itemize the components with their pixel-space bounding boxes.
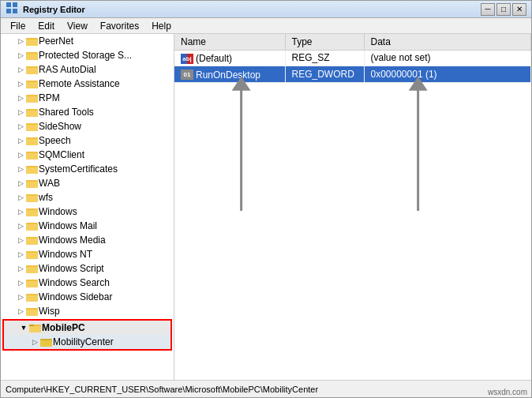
svg-rect-40: [26, 281, 38, 287]
expand-arrow-mobilitycenter: ▷: [29, 336, 40, 347]
status-path: Computer\HKEY_CURRENT_USER\Software\Micr…: [6, 385, 318, 394]
tree-label: Windows Sidebar: [39, 291, 112, 302]
tree-label: Windows Mail: [39, 220, 97, 231]
tree-item-wab[interactable]: ▷ WAB: [1, 176, 174, 190]
folder-icon: [26, 220, 39, 231]
menu-edit[interactable]: Edit: [32, 19, 61, 33]
folder-icon: [26, 78, 39, 89]
row-name-label: (Default): [196, 53, 232, 64]
reg-type-icon-dword: 01: [181, 69, 193, 80]
window-controls: ─ □ ✕: [481, 3, 526, 16]
tree-label: PeerNet: [39, 36, 73, 47]
col-header-type: Type: [285, 34, 364, 50]
tree-item-windows-sidebar[interactable]: ▷ Windows Sidebar: [1, 290, 174, 304]
expand-arrow: ▷: [15, 291, 26, 302]
svg-rect-6: [26, 39, 38, 46]
maximize-button[interactable]: □: [496, 3, 511, 16]
tree-item-ras-autodial[interactable]: ▷ RAS AutoDial: [1, 62, 174, 77]
minimize-button[interactable]: ─: [481, 3, 495, 16]
tree-label: WAB: [39, 178, 60, 189]
tree-item-windows[interactable]: ▷ Windows: [1, 205, 174, 219]
expand-arrow: ▷: [15, 249, 26, 260]
tree-item-sideshow[interactable]: ▷ SideShow: [1, 119, 174, 133]
expand-arrow-mobilepc: ▼: [18, 322, 29, 333]
folder-icon: [26, 121, 39, 132]
menu-file[interactable]: File: [4, 19, 32, 33]
tree-item-windows-search[interactable]: ▷ Windows Search: [1, 276, 174, 290]
tree-label: Protected Storage S...: [39, 50, 132, 61]
folder-icon: [26, 249, 39, 260]
expand-arrow: ▷: [15, 263, 26, 274]
expand-arrow: ▷: [15, 36, 26, 47]
folder-icon: [26, 107, 39, 118]
tree-item-mobilepc[interactable]: ▼ MobilePC: [4, 321, 170, 335]
svg-rect-32: [26, 224, 38, 231]
svg-rect-1: [13, 2, 17, 7]
expand-arrow: ▷: [15, 306, 26, 317]
tree-item-systemcertificates[interactable]: ▷ SystemCertificates: [1, 162, 174, 176]
tree-item-mobilitycenter[interactable]: ▷ MobilityCenter: [4, 335, 170, 349]
tree-item-rpm[interactable]: ▷ RPM: [1, 91, 174, 105]
close-button[interactable]: ✕: [512, 3, 526, 16]
tree-label: wfs: [39, 192, 53, 203]
menu-view[interactable]: View: [61, 19, 94, 33]
svg-rect-22: [26, 153, 38, 160]
expand-arrow: ▷: [15, 135, 26, 146]
folder-icon-mobilitycenter: [40, 336, 53, 347]
tree-label: Shared Tools: [39, 107, 94, 118]
tree-label: SQMClient: [39, 149, 84, 160]
tree-panel[interactable]: ▷ PeerNet ▷ Protected Storage S... ▷: [1, 34, 174, 380]
row-type: REG_DWORD: [285, 66, 364, 83]
main-content: ▷ PeerNet ▷ Protected Storage S... ▷: [1, 34, 531, 380]
tree-item-protected-storage[interactable]: ▷ Protected Storage S...: [1, 48, 174, 62]
menu-bar: File Edit View Favorites Help: [1, 18, 531, 34]
col-header-data: Data: [364, 34, 531, 50]
tree-item-wisp[interactable]: ▷ Wisp: [1, 304, 174, 318]
tree-label: Wisp: [39, 306, 60, 317]
tree-label-mobilitycenter: MobilityCenter: [53, 336, 114, 347]
menu-favorites[interactable]: Favorites: [94, 19, 145, 33]
folder-icon: [26, 206, 39, 217]
tree-item-windows-media[interactable]: ▷ Windows Media: [1, 233, 174, 247]
folder-icon: [26, 135, 39, 146]
svg-rect-8: [26, 54, 38, 60]
expand-arrow: ▷: [15, 235, 26, 246]
tree-label: Remote Assistance: [39, 78, 120, 89]
folder-icon: [26, 291, 39, 302]
tree-item-sqmclient[interactable]: ▷ SQMClient: [1, 148, 174, 162]
folder-icon: [26, 50, 39, 61]
tree-item-speech[interactable]: ▷ Speech: [1, 133, 174, 148]
svg-rect-12: [26, 82, 38, 88]
tree-item-remote-assistance[interactable]: ▷ Remote Assistance: [1, 77, 174, 91]
svg-rect-34: [26, 238, 38, 245]
window-title: Registry Editor: [23, 5, 476, 14]
tree-label: Windows Search: [39, 277, 110, 288]
col-header-name: Name: [174, 34, 285, 50]
expand-arrow: ▷: [15, 78, 26, 89]
expand-arrow: ▷: [15, 277, 26, 288]
folder-icon: [26, 277, 39, 288]
menu-help[interactable]: Help: [145, 19, 178, 33]
table-row[interactable]: ab| (Default) REG_SZ (value not set): [174, 50, 531, 66]
expand-arrow: ▷: [15, 178, 26, 189]
tree-label-mobilepc: MobilePC: [42, 322, 85, 333]
tree-item-wfs[interactable]: ▷ wfs: [1, 190, 174, 205]
row-name: ab| (Default): [174, 50, 285, 66]
svg-rect-18: [26, 125, 38, 131]
tree-item-shared-tools[interactable]: ▷ Shared Tools: [1, 105, 174, 119]
registry-table: Name Type Data ab| (Default) REG_SZ: [174, 34, 531, 83]
expand-arrow: ▷: [15, 50, 26, 61]
expand-arrow: ▷: [15, 107, 26, 118]
svg-rect-3: [13, 9, 17, 13]
tree-item-peernet[interactable]: ▷ PeerNet: [1, 34, 174, 48]
tree-item-windows-mail[interactable]: ▷ Windows Mail: [1, 219, 174, 233]
svg-rect-14: [26, 96, 38, 103]
folder-icon: [26, 163, 39, 175]
svg-rect-16: [26, 111, 38, 117]
table-row[interactable]: 01 RunOnDesktop REG_DWORD 0x00000001 (1): [174, 66, 531, 83]
tree-item-windows-nt[interactable]: ▷ Windows NT: [1, 247, 174, 261]
svg-rect-42: [26, 295, 38, 302]
window-icon: [6, 2, 18, 17]
tree-item-windows-script[interactable]: ▷ Windows Script: [1, 261, 174, 276]
expand-arrow: ▷: [15, 220, 26, 231]
